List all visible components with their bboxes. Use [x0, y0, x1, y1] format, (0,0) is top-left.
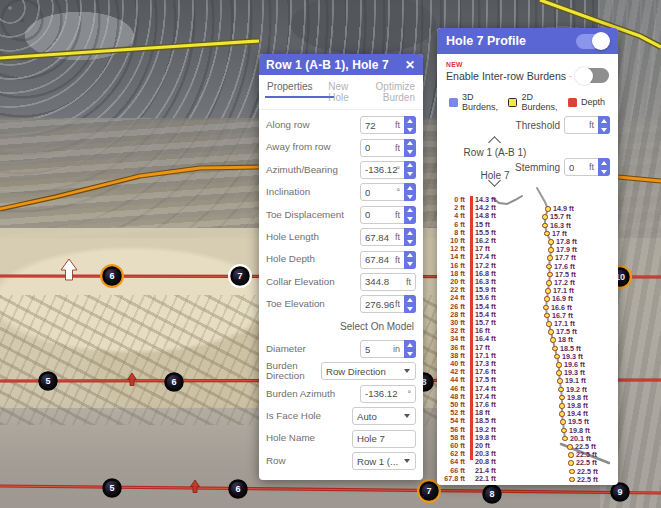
tab-optimize-burden[interactable]: Optimize Burden: [368, 81, 415, 109]
burden-point: [543, 305, 549, 311]
field-input-hole-depth[interactable]: 67.84ft: [360, 251, 416, 269]
hole-marker-9[interactable]: 9: [612, 484, 629, 501]
threshold-input[interactable]: ft: [564, 116, 610, 134]
step-down-button[interactable]: [404, 237, 416, 246]
step-up-button[interactable]: [404, 116, 416, 125]
down-arrow-icon: [407, 195, 413, 199]
field-input-diameter[interactable]: 5in: [360, 340, 416, 358]
tab-new-hole[interactable]: New Hole: [328, 81, 367, 109]
hole-marker-5[interactable]: 5: [104, 480, 121, 497]
step-up-button[interactable]: [404, 183, 416, 192]
field-label-toe-elevation: Toe Elevation: [266, 299, 360, 310]
up-arrow-icon: [407, 231, 413, 235]
hole-profile-title: Hole 7 Profile: [446, 34, 576, 48]
stepper: [404, 206, 416, 224]
select-on-model-link[interactable]: Select On Model: [340, 321, 414, 332]
stemming-input[interactable]: 0 ft: [564, 158, 610, 176]
step-up-button[interactable]: [598, 158, 610, 167]
step-up-button[interactable]: [404, 340, 416, 349]
step-up-button[interactable]: [404, 161, 416, 170]
field-input-away-from-row[interactable]: 0ft: [360, 139, 416, 157]
field-label-burden-azimuth: Burden Azimuth: [266, 389, 360, 400]
field-input-along-row[interactable]: 72ft: [360, 116, 416, 134]
hole-marker-6[interactable]: 6: [230, 481, 247, 498]
row-direction-arrow-small-icon: [191, 480, 200, 493]
step-down-button[interactable]: [404, 148, 416, 157]
hole-marker-8[interactable]: 8: [484, 486, 501, 503]
down-arrow-icon: [407, 217, 413, 221]
step-down-button[interactable]: [404, 215, 416, 224]
field-input-toe-displacement[interactable]: 0ft: [360, 206, 416, 224]
up-arrow-icon: [407, 343, 413, 347]
properties-tabbar: Properties New Hole Optimize Burden: [259, 75, 423, 110]
hole-marker-5[interactable]: 5: [40, 373, 57, 390]
step-up-button[interactable]: [404, 206, 416, 215]
enable-inter-row-burdens-toggle[interactable]: [576, 68, 609, 83]
legend-3d-burdens-label: 3D Burdens,: [462, 92, 500, 112]
burden-point: [558, 387, 564, 393]
hole-navigator: Row 1 (A-B 1) Hole 7 Threshold ft Stemmi…: [437, 132, 618, 188]
field-input-hole-length[interactable]: 67.84ft: [360, 228, 416, 246]
profile-toggle[interactable]: [576, 34, 609, 49]
unit-label: ft: [406, 277, 411, 287]
burden-point: [560, 419, 566, 425]
stepper: [404, 183, 416, 201]
burden-point: [562, 436, 568, 442]
step-down-button[interactable]: [404, 125, 416, 134]
step-down-button[interactable]: [598, 167, 610, 176]
burden-point: [554, 354, 560, 360]
field-dropdown-row[interactable]: Row 1 (...: [352, 452, 416, 470]
burden-point: [568, 460, 574, 466]
hole-marker-6[interactable]: 6: [166, 374, 183, 391]
step-up-button[interactable]: [404, 295, 416, 304]
hole-marker-number: 5: [109, 483, 114, 493]
field-dropdown-is-face-hole[interactable]: Auto: [352, 407, 416, 425]
hole-properties-header[interactable]: Row 1 (A-B 1), Hole 7 ✕: [259, 54, 423, 75]
hole-profile-panel: Hole 7 Profile NEW Enable Inter-row Burd…: [437, 28, 618, 485]
down-arrow-icon: [407, 352, 413, 356]
hole-marker-number: 5: [45, 376, 50, 386]
step-down-button[interactable]: [404, 192, 416, 201]
field-input-azimuth-bearing[interactable]: -136.12°: [360, 161, 416, 179]
stepper: [598, 116, 610, 134]
burden-point: [545, 206, 551, 212]
legend-2d-burdens-swatch: [508, 98, 517, 107]
close-icon[interactable]: ✕: [404, 58, 416, 72]
field-input-hole-name[interactable]: Hole 7: [352, 430, 416, 448]
field-input-collar-elevation[interactable]: 344.8ft: [360, 273, 416, 291]
hole-marker-7[interactable]: 7: [419, 481, 440, 502]
hole-marker-number: 9: [617, 487, 622, 497]
hole-profile-header[interactable]: Hole 7 Profile: [437, 28, 618, 54]
burden-point: [547, 255, 553, 261]
chevron-down-icon: [404, 414, 410, 418]
step-up-button[interactable]: [404, 228, 416, 237]
step-down-button[interactable]: [598, 125, 610, 134]
burden-point: [567, 444, 573, 450]
step-down-button[interactable]: [404, 349, 416, 358]
enable-inter-row-burdens-label: Enable Inter-row Burdens: [446, 70, 566, 82]
field-input-inclination[interactable]: 0°: [360, 183, 416, 201]
hole-marker-7[interactable]: 7: [230, 266, 251, 287]
toggle-knob: [592, 32, 610, 50]
step-up-button[interactable]: [404, 139, 416, 148]
burden-point: [556, 362, 562, 368]
step-down-button[interactable]: [404, 304, 416, 313]
field-dropdown-burden-direction[interactable]: Row Direction: [321, 362, 416, 380]
step-up-button[interactable]: [598, 116, 610, 125]
field-row-azimuth-bearing: Azimuth/Bearing-136.12°: [266, 159, 416, 181]
field-input-burden-azimuth[interactable]: -136.12°: [360, 385, 416, 403]
step-down-button[interactable]: [404, 260, 416, 269]
field-label-away-from-row: Away from row: [266, 142, 360, 153]
step-up-button[interactable]: [404, 251, 416, 260]
legend-2d-burdens-label: 2D Burdens,: [521, 92, 559, 112]
stepper: [404, 295, 416, 313]
hole-marker-6[interactable]: 6: [102, 266, 123, 287]
burden-point: [542, 214, 548, 220]
hole-marker-number: 6: [171, 377, 176, 387]
field-input-toe-elevation[interactable]: 276.96ft: [360, 295, 416, 313]
stemming-label: Stemming: [515, 162, 560, 173]
step-down-button[interactable]: [404, 170, 416, 179]
tab-properties[interactable]: Properties: [267, 81, 328, 98]
field-row-toe-elevation: Toe Elevation276.96ft: [266, 293, 416, 315]
chart-burden-value: 22.5 ft: [577, 476, 598, 484]
